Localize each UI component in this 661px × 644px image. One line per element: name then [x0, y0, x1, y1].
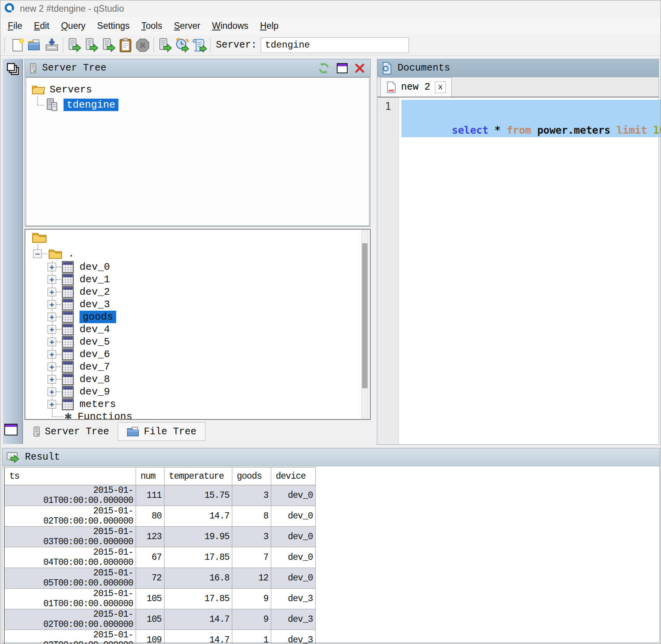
tree-root-folder[interactable]: [32, 231, 47, 244]
save-button[interactable]: [43, 37, 60, 53]
tab-file-tree[interactable]: File Tree: [118, 422, 205, 441]
sql-token: [647, 124, 653, 136]
result-row[interactable]: 2015-01-01T00:00:00.000000 111 15.75 3 d…: [4, 485, 315, 506]
result-row[interactable]: 2015-01-04T00:00:00.000000 67 17.85 7 de…: [4, 547, 315, 568]
tree-node-functions[interactable]: ✱ Functions: [52, 410, 133, 420]
cell-temperature: 17.85: [164, 547, 232, 568]
expand-expander[interactable]: +: [48, 313, 56, 321]
expand-expander[interactable]: +: [48, 350, 56, 359]
column-header[interactable]: ts: [4, 467, 136, 485]
sql-code-line[interactable]: select * from power.meters limit 10;: [401, 100, 661, 137]
sql-token: *: [495, 124, 501, 136]
run-scheduled-button[interactable]: [173, 37, 191, 53]
maximize-panel-icon[interactable]: [337, 63, 348, 73]
close-tab-button[interactable]: x: [435, 81, 446, 93]
expand-expander[interactable]: +: [48, 387, 56, 396]
menu-item[interactable]: Settings: [91, 18, 135, 34]
run-file-button[interactable]: [156, 37, 173, 53]
expand-expander[interactable]: +: [48, 288, 56, 296]
tree-node-table[interactable]: + dev_5: [48, 336, 110, 348]
sql-token: [488, 124, 495, 136]
tree-node-table[interactable]: + dev_6: [48, 348, 110, 361]
close-panel-icon[interactable]: [355, 63, 365, 73]
table-icon: [62, 261, 74, 273]
new-document-button[interactable]: [9, 37, 26, 53]
run-line-button[interactable]: [83, 37, 100, 53]
expand-expander[interactable]: +: [48, 338, 56, 346]
result-row[interactable]: 2015-01-02T00:00:00.000000 105 14.7 9 de…: [4, 609, 315, 630]
menu-item[interactable]: Help: [254, 18, 284, 34]
tree-node-label: Servers: [49, 84, 92, 96]
tree-node-table[interactable]: + dev_0: [48, 261, 110, 273]
paste-button[interactable]: [117, 37, 134, 53]
sql-editor[interactable]: 1 select * from power.meters limit 10;: [377, 97, 659, 444]
result-row[interactable]: 2015-01-03T00:00:00.000000 123 19.95 3 d…: [4, 527, 315, 547]
restore-panel-icon[interactable]: [4, 424, 18, 435]
refresh-icon[interactable]: [318, 62, 330, 74]
result-row[interactable]: 2015-01-01T00:00:00.000000 105 17.85 9 d…: [4, 589, 315, 609]
server-combo[interactable]: tdengine: [261, 37, 409, 53]
tree-node-table[interactable]: + dev_4: [48, 323, 110, 336]
tree-node-table[interactable]: + dev_7: [48, 361, 110, 373]
expand-expander[interactable]: +: [48, 375, 56, 384]
run-selection-button[interactable]: [100, 37, 117, 53]
column-header[interactable]: goods: [232, 467, 271, 485]
run-line-icon: [84, 38, 99, 53]
result-header-row: tsnumtemperaturegoodsdevice: [4, 467, 315, 485]
menu-item[interactable]: Server: [168, 18, 206, 34]
functions-icon: ✱: [64, 411, 72, 420]
cell-goods: 9: [232, 589, 271, 609]
folder-icon: [32, 231, 47, 244]
menu-item[interactable]: File: [2, 18, 28, 34]
tab-server-tree[interactable]: Server Tree: [25, 422, 118, 441]
expand-expander[interactable]: +: [48, 363, 56, 371]
column-header[interactable]: temperature: [164, 467, 232, 485]
result-row[interactable]: 2015-01-02T00:00:00.000000 80 14.7 8 dev…: [4, 506, 315, 527]
tree-node-label: .: [68, 248, 74, 260]
tree-node-table[interactable]: + dev_1: [48, 273, 110, 286]
sql-token: from: [507, 124, 531, 136]
result-row[interactable]: 2015-01-03T00:00:00.000000 109 14.7 1 de…: [4, 630, 315, 644]
menu-item[interactable]: Edit: [28, 18, 55, 34]
cell-temperature: 14.7: [164, 609, 232, 630]
expand-expander[interactable]: +: [48, 275, 56, 284]
menu-item[interactable]: Query: [55, 18, 92, 34]
tree-node-tdengine[interactable]: tdengine: [46, 98, 118, 112]
tree-node-table[interactable]: + dev_8: [48, 373, 110, 386]
expand-expander[interactable]: +: [48, 263, 56, 271]
column-header[interactable]: device: [271, 467, 315, 485]
run-script-button[interactable]: [191, 37, 208, 53]
expand-expander[interactable]: +: [48, 400, 56, 409]
server-tree-header[interactable]: Server Tree: [25, 59, 370, 77]
stop-button[interactable]: [134, 37, 151, 53]
tree-node-table[interactable]: + dev_9: [48, 386, 110, 398]
collapse-expander[interactable]: −: [33, 249, 42, 258]
run-query-button[interactable]: [65, 37, 83, 53]
table-icon: [62, 361, 74, 373]
result-row[interactable]: 2015-01-05T00:00:00.000000 72 16.8 12 de…: [4, 568, 315, 589]
vertical-scrollbar[interactable]: [361, 230, 368, 418]
column-header[interactable]: num: [136, 467, 164, 485]
result-header[interactable]: Result: [2, 448, 659, 466]
tree-node-dot-folder[interactable]: − .: [33, 248, 74, 260]
table-name-label: dev_2: [80, 286, 110, 298]
stacked-windows-icon[interactable]: [6, 62, 21, 77]
toolbar-grip[interactable]: [4, 37, 6, 53]
tree-node-table[interactable]: + goods: [48, 311, 116, 323]
open-file-button[interactable]: [26, 37, 43, 53]
stop-icon: [136, 38, 150, 52]
scrollbar-thumb[interactable]: [362, 243, 368, 388]
tree-node-servers[interactable]: Servers: [32, 84, 92, 96]
result-body: 2015-01-01T00:00:00.000000 111 15.75 3 d…: [4, 485, 315, 644]
expand-expander[interactable]: +: [48, 325, 56, 334]
tree-node-table[interactable]: + dev_2: [48, 286, 110, 298]
tree-node-table[interactable]: + meters: [48, 398, 116, 410]
menu-item[interactable]: Windows: [206, 18, 254, 34]
expand-expander[interactable]: +: [48, 300, 56, 309]
tree-connector: [56, 329, 61, 330]
tab-new-2[interactable]: new 2 x: [380, 77, 452, 97]
menu-item[interactable]: Tools: [135, 18, 168, 34]
cell-ts: 2015-01-04T00:00:00.000000: [4, 547, 136, 568]
tree-node-table[interactable]: + dev_3: [48, 298, 110, 311]
documents-header[interactable]: Documents: [377, 59, 659, 77]
